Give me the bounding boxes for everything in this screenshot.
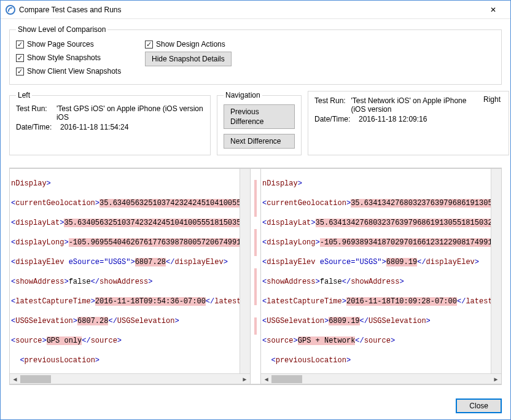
left-meta-group: Left Test Run: 'Test GPS iOS' on Apple i… (9, 91, 211, 155)
hide-snapshot-details-button[interactable]: Hide Snapshot Details (145, 52, 232, 66)
left-legend: Left (16, 91, 32, 99)
left-datetime-label: Date/Time: (16, 123, 60, 131)
left-test-run-label: Test Run: (16, 104, 57, 122)
right-test-run-label: Test Run: (314, 96, 351, 114)
level-legend: Show Level of Comparison (16, 25, 107, 34)
nav-legend: Navigation (224, 91, 262, 99)
close-button[interactable]: Close (456, 399, 502, 413)
label-client-view: Show Client View Snapshots (27, 67, 121, 76)
left-diff-pane[interactable]: nDisplay> <currentGeolocation>35.6340563… (9, 168, 251, 384)
right-meta-group: Right Test Run: 'Test Network iOS' on Ap… (308, 91, 509, 155)
right-test-run-value: 'Test Network iOS' on Apple iPhone (iOS … (351, 96, 482, 114)
window-title: Compare Test Cases and Runs (19, 6, 479, 14)
scroll-left-icon[interactable]: ◄ (261, 374, 271, 384)
left-datetime-value: 2016-11-18 11:54:24 (60, 123, 128, 131)
previous-difference-button[interactable]: Previous Difference (224, 104, 295, 129)
checkbox-style-snapshots[interactable]: ✓ (16, 54, 24, 62)
checkbox-design-actions[interactable]: ✓ (145, 41, 153, 49)
next-difference-button[interactable]: Next Difference (224, 134, 295, 149)
right-datetime-value: 2016-11-18 12:09:16 (359, 115, 427, 123)
left-test-run-value: 'Test GPS iOS' on Apple iPhone (iOS vers… (57, 104, 204, 122)
vertical-scrollbar[interactable] (491, 169, 501, 373)
right-diff-pane[interactable]: nDisplay> <currentGeolocation>35.6341342… (260, 168, 502, 384)
right-diff-content: nDisplay> <currentGeolocation>35.6341342… (261, 169, 501, 373)
checkbox-page-sources[interactable]: ✓ (16, 41, 24, 49)
right-legend: Right (482, 95, 502, 104)
scroll-left-icon[interactable]: ◄ (10, 374, 20, 384)
horizontal-scrollbar[interactable]: ◄ ► (261, 373, 501, 384)
left-diff-content: nDisplay> <currentGeolocation>35.6340563… (10, 169, 250, 373)
diff-gutter (251, 168, 260, 384)
svg-point-0 (6, 6, 15, 14)
diff-area: nDisplay> <currentGeolocation>35.6340563… (9, 168, 502, 385)
level-of-comparison-group: Show Level of Comparison ✓ Show Page Sou… (9, 25, 502, 85)
vertical-scrollbar[interactable] (240, 169, 250, 373)
window-close-button[interactable]: ✕ (479, 1, 507, 18)
label-design-actions: Show Design Actions (156, 40, 225, 49)
close-icon: ✕ (490, 6, 496, 14)
titlebar: Compare Test Cases and Runs ✕ (1, 1, 510, 19)
checkbox-client-view[interactable]: ✓ (16, 68, 24, 76)
navigation-group: Navigation Previous Difference Next Diff… (217, 91, 302, 155)
scroll-right-icon[interactable]: ► (240, 374, 250, 384)
horizontal-scrollbar[interactable]: ◄ ► (10, 373, 250, 384)
label-style-snapshots: Show Style Snapshots (27, 53, 101, 62)
app-icon (6, 5, 15, 15)
label-page-sources: Show Page Sources (27, 40, 94, 49)
scroll-right-icon[interactable]: ► (491, 374, 501, 384)
right-datetime-label: Date/Time: (314, 115, 359, 123)
